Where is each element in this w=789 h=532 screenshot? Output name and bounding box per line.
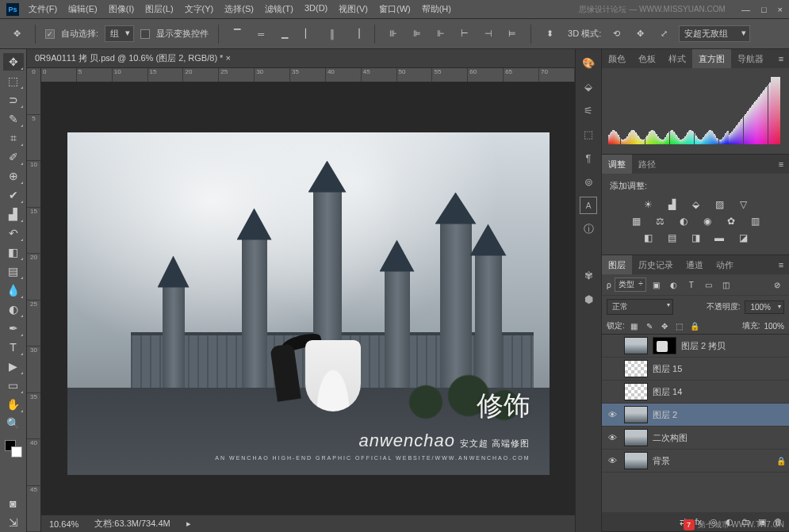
layer-name[interactable]: 图层 2 bbox=[653, 409, 677, 421]
pen-tool[interactable]: ✒ bbox=[3, 320, 24, 337]
menu-item[interactable]: 窗口(W) bbox=[379, 3, 411, 15]
menu-item[interactable]: 图像(I) bbox=[109, 3, 134, 15]
levels-icon[interactable]: ▟ bbox=[664, 198, 680, 211]
panel-tab[interactable]: 动作 bbox=[710, 255, 740, 274]
panel-menu-icon[interactable]: ≡ bbox=[773, 49, 789, 68]
lasso-tool[interactable]: ⊃ bbox=[3, 91, 24, 109]
shape-tool[interactable]: ▭ bbox=[3, 377, 24, 394]
hue-icon[interactable]: ▦ bbox=[628, 215, 644, 228]
hand-tool[interactable]: ✋ bbox=[3, 396, 24, 413]
status-menu-icon[interactable]: ▸ bbox=[186, 519, 191, 529]
swatch-panel-icon[interactable]: 🎨 bbox=[580, 54, 597, 71]
brush-tool[interactable]: ✔ bbox=[3, 186, 24, 204]
lock-trans-icon[interactable]: ▦ bbox=[629, 320, 640, 331]
layer-row[interactable]: 👁 二次构图 bbox=[602, 427, 789, 450]
menu-item[interactable]: 编辑(E) bbox=[68, 3, 98, 15]
auto-select-checkbox[interactable]: ✓ bbox=[45, 29, 55, 39]
quick-mask-icon[interactable]: ◙ bbox=[3, 495, 24, 512]
move-tool-icon[interactable]: ✥ bbox=[8, 25, 25, 43]
panel-menu-icon[interactable]: ≡ bbox=[773, 255, 789, 274]
layer-thumbnail[interactable] bbox=[624, 360, 648, 377]
filter-adjust-icon[interactable]: ◐ bbox=[667, 278, 681, 291]
layer-name[interactable]: 图层 14 bbox=[653, 386, 682, 398]
align-hcenter-icon[interactable]: ║ bbox=[324, 25, 341, 43]
document-tab[interactable]: 0R9A0111 拷 贝.psd @ 10.6% (图层 2, RGB/8) *… bbox=[27, 49, 575, 68]
dist-icon[interactable]: ⊢ bbox=[456, 25, 473, 43]
exposure-icon[interactable]: ▨ bbox=[711, 198, 727, 211]
preset-dropdown[interactable]: 安超无敌组 bbox=[679, 25, 750, 42]
dodge-tool[interactable]: ◐ bbox=[3, 300, 24, 318]
panel-tab[interactable]: 颜色 bbox=[602, 49, 632, 68]
panel-tab[interactable]: 路径 bbox=[632, 155, 662, 174]
paragraph-panel-icon[interactable]: ¶ bbox=[580, 149, 597, 166]
zoom-3d-icon[interactable]: ⤢ bbox=[655, 25, 672, 43]
panel-tab[interactable]: 导航器 bbox=[731, 49, 770, 68]
mixer-icon[interactable]: ✿ bbox=[723, 215, 739, 228]
filter-toggle-icon[interactable]: ⊘ bbox=[770, 278, 784, 291]
posterize-icon[interactable]: ▤ bbox=[664, 232, 680, 244]
align-bottom-icon[interactable]: ▁ bbox=[276, 25, 293, 43]
fill-input[interactable]: 100% bbox=[764, 322, 784, 331]
lock-paint-icon[interactable]: ✎ bbox=[644, 320, 655, 331]
color-swap-icon[interactable] bbox=[3, 438, 24, 456]
char-panel-icon[interactable]: A bbox=[580, 197, 597, 214]
layer-name[interactable]: 二次构图 bbox=[653, 432, 688, 444]
align-right-icon[interactable]: ▕ bbox=[347, 25, 365, 43]
gradient-tool[interactable]: ▤ bbox=[3, 262, 24, 280]
layer-row[interactable]: 图层 2 拷贝 bbox=[602, 335, 789, 358]
filter-type-icon[interactable]: T bbox=[684, 278, 699, 291]
layer-name[interactable]: 图层 15 bbox=[653, 363, 682, 375]
adjust-panel-icon[interactable]: ⚟ bbox=[580, 101, 597, 119]
lut-icon[interactable]: ▥ bbox=[747, 215, 763, 228]
canvas[interactable]: 修饰 anwenchao 安文超 高端修图 AN WENCHAO HIGH-EN… bbox=[41, 82, 575, 515]
info-panel-icon[interactable]: ⓘ bbox=[580, 220, 597, 238]
path-select-tool[interactable]: ▶ bbox=[3, 358, 24, 375]
clone-panel-icon[interactable]: ⬢ bbox=[580, 290, 597, 308]
dist-icon[interactable]: ⊩ bbox=[432, 25, 450, 43]
screen-mode-icon[interactable]: ⇲ bbox=[3, 514, 24, 531]
quick-select-tool[interactable]: ✎ bbox=[3, 110, 24, 128]
dist-icon[interactable]: ⊫ bbox=[408, 25, 426, 43]
curves-icon[interactable]: ⬙ bbox=[688, 198, 703, 211]
layer-thumbnail[interactable] bbox=[624, 337, 648, 354]
panel-tab[interactable]: 通道 bbox=[680, 255, 710, 274]
pan-3d-icon[interactable]: ✥ bbox=[631, 25, 649, 43]
type-tool[interactable]: T bbox=[3, 339, 24, 356]
visibility-icon[interactable]: 👁 bbox=[605, 456, 619, 465]
balance-icon[interactable]: ⚖ bbox=[652, 215, 668, 228]
layer-row[interactable]: 图层 14 bbox=[602, 381, 789, 404]
stamp-tool[interactable]: ▟ bbox=[3, 205, 24, 223]
align-left-icon[interactable]: ▏ bbox=[300, 25, 317, 43]
marquee-tool[interactable]: ⬚ bbox=[3, 72, 24, 90]
panel-menu-icon[interactable]: ≡ bbox=[773, 155, 789, 174]
layer-thumbnail[interactable] bbox=[624, 452, 648, 469]
zoom-value[interactable]: 10.64% bbox=[49, 519, 79, 529]
layer-row[interactable]: 图层 15 bbox=[602, 358, 789, 381]
show-transform-checkbox[interactable] bbox=[140, 29, 150, 39]
dist-icon[interactable]: ⊨ bbox=[504, 25, 521, 43]
panel-tab[interactable]: 调整 bbox=[602, 155, 632, 174]
gradient-map-icon[interactable]: ▬ bbox=[711, 232, 727, 244]
libraries-panel-icon[interactable]: ⬙ bbox=[580, 78, 597, 95]
panel-tab[interactable]: 样式 bbox=[662, 49, 692, 68]
lock-move-icon[interactable]: ✥ bbox=[659, 320, 670, 331]
zoom-tool[interactable]: 🔍 bbox=[3, 415, 24, 432]
menu-item[interactable]: 图层(L) bbox=[145, 3, 173, 15]
menu-item[interactable]: 帮助(H) bbox=[422, 3, 451, 15]
menu-item[interactable]: 文件(F) bbox=[29, 3, 57, 15]
opacity-input[interactable]: 100% bbox=[745, 300, 784, 314]
orbit-3d-icon[interactable]: ⟲ bbox=[607, 25, 625, 43]
group-dropdown[interactable]: 组 bbox=[105, 25, 134, 42]
blend-mode-dropdown[interactable]: 正常 bbox=[607, 299, 673, 315]
visibility-icon[interactable]: 👁 bbox=[605, 410, 619, 419]
lock-artboard-icon[interactable]: ⬚ bbox=[674, 320, 685, 331]
panel-tab[interactable]: 直方图 bbox=[692, 49, 731, 68]
menu-item[interactable]: 滤镜(T) bbox=[265, 3, 293, 15]
invert-icon[interactable]: ◧ bbox=[640, 232, 656, 244]
eraser-tool[interactable]: ◧ bbox=[3, 243, 24, 261]
arrange-icon[interactable]: ⬍ bbox=[541, 25, 558, 43]
minimize-icon[interactable]: — bbox=[741, 5, 750, 14]
align-top-icon[interactable]: ▔ bbox=[228, 25, 246, 43]
layer-thumbnail[interactable] bbox=[624, 429, 648, 446]
layer-name[interactable]: 背景 bbox=[653, 455, 670, 467]
